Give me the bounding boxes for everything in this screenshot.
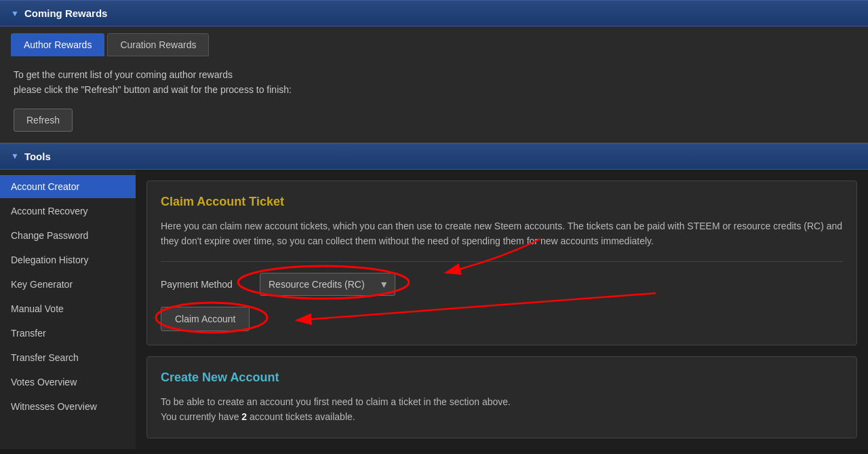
claim-account-card: Claim Account Ticket Here you can claim … (146, 181, 857, 345)
claim-button-row: Claim Account (161, 307, 843, 331)
card-divider-1 (161, 261, 843, 262)
claim-account-button[interactable]: Claim Account (161, 307, 250, 331)
tools-body: Account Creator Account Recovery Change … (0, 170, 868, 450)
main-content: Claim Account Ticket Here you can claim … (136, 170, 868, 450)
tab-curation-rewards[interactable]: Curation Rewards (107, 33, 209, 56)
coming-rewards-info: To get the current list of your coming a… (14, 67, 854, 98)
ticket-count: 2 (241, 411, 247, 422)
create-account-line2-part3: account tickets available. (247, 411, 355, 422)
sidebar-item-change-password[interactable]: Change Password (0, 224, 136, 247)
page-wrapper: ▼ Coming Rewards Author Rewards Curation… (0, 0, 868, 449)
create-account-card: Create New Account To be able to create … (146, 356, 857, 439)
coming-rewards-title: Coming Rewards (24, 7, 108, 19)
info-line1: To get the current list of your coming a… (14, 69, 233, 80)
sidebar-item-transfer-search[interactable]: Transfer Search (0, 346, 136, 369)
sidebar-item-account-creator[interactable]: Account Creator (0, 175, 136, 198)
payment-method-label: Payment Method (161, 279, 249, 290)
sidebar: Account Creator Account Recovery Change … (0, 170, 136, 450)
sidebar-item-key-generator[interactable]: Key Generator (0, 273, 136, 296)
refresh-button[interactable]: Refresh (14, 109, 73, 132)
claim-account-title: Claim Account Ticket (161, 195, 843, 209)
coming-rewards-body: To get the current list of your coming a… (0, 56, 868, 143)
payment-select-wrapper: Resource Credits (RC) STEEM ▼ (260, 273, 395, 296)
info-line2: please click the "Refresh" button and wa… (14, 84, 292, 95)
payment-method-select[interactable]: Resource Credits (RC) STEEM (260, 273, 395, 296)
payment-method-row: Payment Method Resource Credits (RC) STE… (161, 273, 843, 296)
tools-title: Tools (24, 151, 51, 162)
sidebar-item-manual-vote[interactable]: Manual Vote (0, 297, 136, 320)
sidebar-item-votes-overview[interactable]: Votes Overview (0, 371, 136, 394)
sidebar-item-witnesses-overview[interactable]: Witnesses Overview (0, 395, 136, 418)
create-account-line1: To be able to create an account you firs… (161, 396, 511, 407)
claim-account-description: Here you can claim new account tickets, … (161, 219, 843, 249)
coming-rewards-header: ▼ Coming Rewards (0, 0, 868, 26)
tabs-container: Author Rewards Curation Rewards (0, 26, 868, 56)
sidebar-item-delegation-history[interactable]: Delegation History (0, 248, 136, 271)
sidebar-item-account-recovery[interactable]: Account Recovery (0, 200, 136, 223)
tools-header: ▼ Tools (0, 143, 868, 170)
tools-arrow-icon: ▼ (11, 151, 19, 161)
create-account-line2-part1: You currently have (161, 411, 241, 422)
coming-rewards-arrow-icon: ▼ (11, 9, 19, 18)
tab-author-rewards[interactable]: Author Rewards (11, 33, 104, 56)
create-account-title: Create New Account (161, 371, 843, 385)
sidebar-item-transfer[interactable]: Transfer (0, 322, 136, 345)
create-account-description: To be able to create an account you firs… (161, 394, 843, 425)
